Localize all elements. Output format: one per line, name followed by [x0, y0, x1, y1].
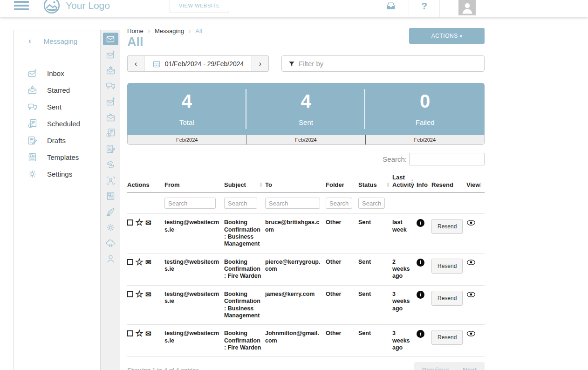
sort-arrows-icon: ▲▼: [386, 182, 390, 187]
subject-filter-input[interactable]: [224, 198, 257, 209]
sidebar: ‹ Messaging Inbox Starred Sent Scheduled: [13, 30, 101, 370]
rail-item-settings[interactable]: [101, 219, 120, 235]
column-header-info: Info: [417, 171, 431, 193]
view-eye-icon[interactable]: [466, 330, 476, 337]
info-icon[interactable]: i: [417, 259, 424, 267]
sidebar-item-starred[interactable]: Starred: [14, 82, 100, 98]
view-eye-icon[interactable]: [466, 291, 476, 298]
status-filter-input[interactable]: [358, 198, 385, 209]
news-icon: [106, 191, 116, 201]
avatar[interactable]: [458, 0, 476, 15]
rail-item-messaging[interactable]: [101, 31, 120, 47]
info-icon[interactable]: i: [417, 219, 424, 227]
sidebar-item-label: Scheduled: [47, 120, 80, 128]
rail-item-inbox[interactable]: [101, 47, 120, 63]
sidebar-item-templates[interactable]: Templates: [14, 149, 100, 165]
stat-value: 4: [182, 92, 192, 110]
sidebar-item-sent[interactable]: Sent: [14, 98, 100, 115]
folder-filter-input[interactable]: [326, 198, 352, 209]
avatar-person-icon: [460, 0, 474, 15]
cell-from: testing@websitecms.ie: [164, 285, 224, 325]
envelope-icon[interactable]: ✉: [145, 291, 151, 297]
envelope-icon[interactable]: ✉: [145, 219, 151, 226]
rail-item-automation[interactable]: [101, 157, 120, 173]
hamburger-menu-icon[interactable]: [14, 1, 29, 12]
messaging-app: Your Logo VIEW WEBSITE ? ‹ Messaging: [0, 0, 588, 370]
rail-item-scheduled[interactable]: [101, 125, 120, 141]
module-icon-rail: [101, 30, 120, 370]
column-header-subject[interactable]: Subject▲▼: [224, 171, 265, 193]
resend-button[interactable]: Resend: [431, 291, 463, 306]
sidebar-collapse-header[interactable]: ‹ Messaging: [14, 30, 100, 52]
resend-button[interactable]: Resend: [431, 259, 463, 274]
row-checkbox[interactable]: [127, 330, 133, 336]
stat-sent: 4 Sent: [246, 83, 366, 135]
star-icon[interactable]: ☆: [135, 259, 144, 265]
column-header-actions: Actions: [127, 171, 164, 193]
rail-item-contacts[interactable]: [101, 172, 120, 188]
rail-item-sent[interactable]: [101, 94, 120, 110]
sidebar-item-label: Templates: [47, 153, 79, 161]
logo[interactable]: Your Logo: [43, 0, 110, 14]
next-page-button[interactable]: Next: [463, 366, 477, 370]
sidebar-item-settings[interactable]: Settings: [14, 165, 100, 182]
stat-period: Feb/2024: [128, 135, 246, 144]
column-header-status[interactable]: Status▲▼: [358, 171, 392, 193]
cell-folder: Other: [326, 214, 358, 254]
star-icon[interactable]: ☆: [135, 291, 144, 297]
rail-item-sync[interactable]: [101, 235, 120, 251]
column-header-resend: Resend: [431, 171, 466, 193]
breadcrumb-home[interactable]: Home: [127, 27, 144, 34]
table-search-input[interactable]: [409, 153, 485, 165]
cell-folder: Other: [326, 325, 358, 357]
cell-last-activity: last week: [392, 214, 417, 254]
inbox-tray-button[interactable]: [373, 0, 409, 17]
sidebar-item-label: Starred: [47, 86, 70, 94]
sort-arrows-icon: ▲▼: [479, 182, 482, 187]
column-header-view[interactable]: View▲▼: [466, 171, 485, 193]
info-icon[interactable]: i: [417, 291, 424, 299]
star-icon[interactable]: ☆: [135, 330, 144, 336]
rail-item-failed[interactable]: [101, 110, 120, 125]
rail-item-support[interactable]: [101, 251, 120, 267]
row-checkbox[interactable]: [127, 259, 133, 265]
filter-input[interactable]: [299, 56, 484, 71]
quill-icon: [106, 207, 116, 217]
rail-item-drafts[interactable]: [101, 141, 120, 157]
rail-item-signature[interactable]: [101, 204, 120, 220]
row-checkbox[interactable]: [127, 291, 133, 297]
date-prev-button[interactable]: ‹: [127, 55, 144, 72]
sidebar-item-inbox[interactable]: Inbox: [14, 65, 100, 82]
actions-dropdown-button[interactable]: ACTIONS▾: [409, 28, 485, 44]
refresh-gear-icon: [106, 160, 116, 170]
column-label: Subject: [224, 181, 246, 188]
star-icon[interactable]: ☆: [135, 219, 144, 226]
rail-item-starred[interactable]: [101, 62, 120, 78]
info-icon[interactable]: i: [417, 330, 424, 338]
top-bar-actions: ?: [373, 0, 476, 17]
envelope-icon[interactable]: ✉: [145, 330, 151, 336]
help-button[interactable]: ?: [409, 0, 439, 17]
question-mark-icon: ?: [421, 0, 427, 12]
previous-page-button[interactable]: Previous: [422, 366, 450, 370]
mail-star-icon: [27, 85, 37, 95]
resend-button[interactable]: Resend: [431, 330, 463, 345]
view-website-button[interactable]: VIEW WEBSITE: [170, 0, 229, 13]
view-eye-icon[interactable]: [466, 259, 476, 266]
rail-item-chat[interactable]: [101, 78, 120, 94]
to-filter-input[interactable]: [265, 198, 320, 209]
stat-period: Feb/2024: [246, 135, 365, 144]
envelope-icon[interactable]: ✉: [145, 259, 151, 265]
row-checkbox[interactable]: [127, 219, 133, 226]
date-next-button[interactable]: ›: [252, 55, 269, 72]
view-eye-icon[interactable]: [466, 219, 476, 226]
rail-item-newsletter[interactable]: [101, 188, 120, 204]
cell-status: Sent: [358, 214, 392, 254]
resend-button[interactable]: Resend: [431, 219, 463, 234]
date-range-picker[interactable]: 01/Feb/2024 - 29/Feb/2024: [144, 55, 252, 72]
breadcrumb-messaging[interactable]: Messaging: [155, 27, 184, 34]
from-filter-input[interactable]: [164, 198, 216, 209]
column-header-last-activity[interactable]: Last Activity▲▼: [392, 171, 417, 193]
sidebar-item-scheduled[interactable]: Scheduled: [14, 115, 100, 132]
sidebar-item-drafts[interactable]: Drafts: [14, 132, 100, 149]
